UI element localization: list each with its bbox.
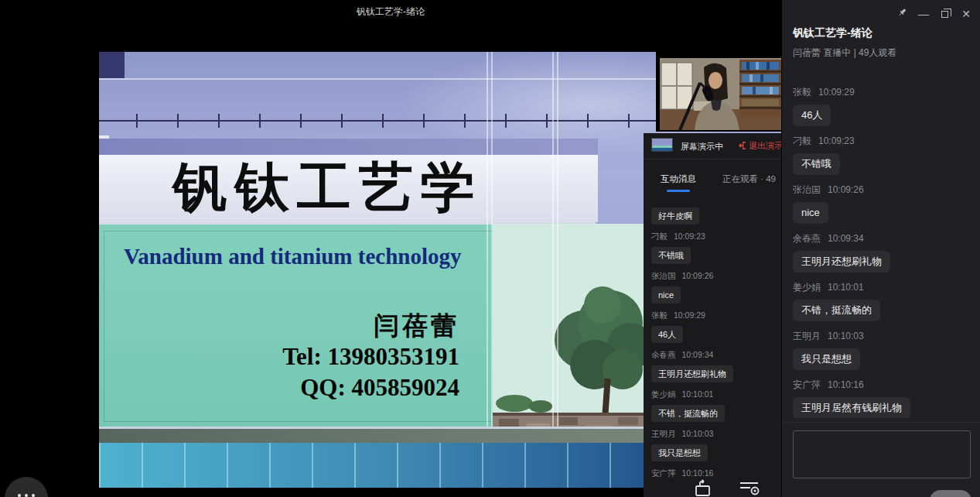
tab-interactive-messages[interactable]: 互动消息 xyxy=(661,173,696,185)
chat-bubble: 不错哦 xyxy=(651,247,691,264)
message-input[interactable] xyxy=(793,430,971,478)
stream-title: 钒钛工艺学-绪论 xyxy=(793,26,872,40)
chat-message-meta: 姜少娟10:10:01 xyxy=(651,389,780,400)
chat-message: 好牛皮啊 xyxy=(651,207,780,225)
chat-message-meta: 安广萍10:10:16 xyxy=(651,468,780,478)
chat-bubble: 王明月还想刷礼物 xyxy=(651,365,733,382)
chat-message: 安广萍10:10:16 王明月居然有钱刷礼物 xyxy=(651,468,780,478)
chat-time: 10:09:29 xyxy=(818,87,855,98)
chat-bubble: 王明月居然有钱刷礼物 xyxy=(793,397,910,418)
minimize-button[interactable]: — xyxy=(916,6,931,22)
chat-message: 王明月10:10:03 我只是想想 xyxy=(651,429,780,461)
chat-time: 10:10:16 xyxy=(682,468,714,478)
chat-time: 10:09:23 xyxy=(674,231,705,241)
chat-message-meta: 余春燕10:09:34 xyxy=(793,232,972,245)
chat-time: 10:10:16 xyxy=(828,379,864,390)
slide-subtitle: Vanadium and titanium technology xyxy=(124,244,665,269)
slide-corner-square xyxy=(99,52,125,78)
chat-author: 张毅 xyxy=(651,310,668,320)
chat-author: 王明月 xyxy=(793,331,821,341)
chat-message-meta: 姜少娟10:10:01 xyxy=(793,281,972,294)
chat-tabs: 互动消息 正在观看 · 49 xyxy=(644,167,781,195)
chat-author: 张治国 xyxy=(651,271,676,280)
stream-status-line: 闫蓓蕾 直播中 | 49人观看 xyxy=(793,46,896,60)
overlay-chat-list: 好牛皮啊 刁毅10:09:23 不错哦 张治国10:09:26 nice xyxy=(651,207,780,478)
chat-author: 张治国 xyxy=(793,184,821,195)
chat-bubble: 我只是想想 xyxy=(651,444,708,461)
chat-time: 10:09:26 xyxy=(682,271,714,280)
chat-message: 刁毅10:09:23 不错哦 xyxy=(793,135,972,175)
chat-message: 姜少娟10:10:01 不错，挺流畅的 xyxy=(651,389,780,422)
presenter-tel: Tel: 13980353191 xyxy=(169,341,459,372)
chat-message-meta: 刁毅10:09:23 xyxy=(793,135,972,148)
screen-share-status: 屏幕演示中 xyxy=(681,141,723,153)
chat-bubble: 46人 xyxy=(793,105,831,126)
chat-message: 刁毅10:09:23 不错哦 xyxy=(651,231,780,264)
chat-author: 王明月 xyxy=(651,429,676,438)
slide-ruler-graphic xyxy=(136,114,688,128)
exit-presentation-button[interactable]: 退出演示 xyxy=(737,140,781,152)
slide-contact-block: 闫蓓蕾 Tel: 13980353191 QQ: 405859024 xyxy=(169,310,459,403)
chat-time: 10:10:03 xyxy=(828,331,864,341)
chat-time: 10:10:03 xyxy=(682,429,714,438)
chat-author: 余春燕 xyxy=(793,233,821,244)
live-class-window: 钒钛工艺学-绪论 钒钛工艺学 xyxy=(0,0,980,497)
chat-message: 姜少娟10:10:01 不错，挺流畅的 xyxy=(793,281,972,321)
chat-bubble: 46人 xyxy=(651,326,683,343)
presenter-name: 闫蓓蕾 xyxy=(169,310,459,341)
chat-author: 刁毅 xyxy=(651,231,668,241)
chat-bubble: 不错，挺流畅的 xyxy=(651,405,725,422)
chat-message-meta: 张治国10:09:26 xyxy=(793,183,972,197)
presenter-qq: QQ: 405859024 xyxy=(169,372,459,403)
more-options-button[interactable] xyxy=(5,477,48,497)
webcam-video xyxy=(660,58,781,130)
chat-message-meta: 张毅10:09:29 xyxy=(651,310,780,321)
message-filter-icon[interactable] xyxy=(738,478,761,497)
window-title: 钒钛工艺学-绪论 xyxy=(0,5,781,19)
chat-message: 余春燕10:09:34 王明月还想刷礼物 xyxy=(793,232,972,272)
screen-share-header: 屏幕演示中 退出演示 xyxy=(644,133,781,159)
chat-bubble: 我只是想想 xyxy=(793,348,860,370)
exit-icon xyxy=(737,141,746,150)
chat-message: 张治国10:09:26 nice xyxy=(793,183,972,224)
chat-input-area xyxy=(782,422,980,497)
presenter-webcam-tile[interactable] xyxy=(656,52,781,132)
slide-vertical-stripe xyxy=(487,52,494,428)
restore-button[interactable] xyxy=(937,6,953,22)
chat-message-meta: 刁毅10:09:23 xyxy=(651,231,780,242)
slide-vertical-stripe xyxy=(552,52,560,428)
chat-time: 10:10:01 xyxy=(828,282,864,293)
chat-bubble: 好牛皮啊 xyxy=(651,207,699,225)
chat-message: 余春燕10:09:34 王明月还想刷礼物 xyxy=(651,350,780,382)
ellipsis-icon xyxy=(5,486,48,497)
close-button[interactable]: ✕ xyxy=(958,6,974,22)
chat-time: 10:09:29 xyxy=(674,310,705,320)
pin-button[interactable] xyxy=(895,6,910,22)
send-button[interactable] xyxy=(930,490,971,497)
chat-message-meta: 王明月10:10:03 xyxy=(651,429,780,440)
chat-message: 安广萍10:10:16 王明月居然有钱刷礼物 xyxy=(793,379,972,418)
chat-time: 10:09:34 xyxy=(682,350,714,359)
screen-share-thumbnail xyxy=(651,138,673,152)
chat-time: 10:09:23 xyxy=(818,135,855,146)
sidebar-chat-list: 张毅10:09:29 46人 刁毅10:09:23 不错哦 张治国10:09:2… xyxy=(793,77,972,418)
slide-title: 钒钛工艺学 xyxy=(173,153,591,222)
chat-bubble: 不错，挺流畅的 xyxy=(793,300,880,321)
chat-time: 10:09:34 xyxy=(828,233,864,244)
chat-sidebar: — ✕ 钒钛工艺学-绪论 闫蓓蕾 直播中 | 49人观看 张毅10:09:29 … xyxy=(781,0,980,497)
chat-author: 余春燕 xyxy=(651,350,676,359)
chat-author: 张毅 xyxy=(793,87,811,98)
chat-message-meta: 张治国10:09:26 xyxy=(651,271,780,282)
overlay-toolbar xyxy=(644,478,781,497)
chat-author: 安广萍 xyxy=(651,468,676,478)
chat-bubble: nice xyxy=(651,286,681,303)
chat-message: 王明月10:10:03 我只是想想 xyxy=(793,330,972,370)
share-screen-icon[interactable] xyxy=(693,478,713,497)
chat-message-meta: 王明月10:10:03 xyxy=(793,330,972,343)
chat-bubble: nice xyxy=(793,202,828,224)
window-controls: — ✕ xyxy=(893,6,974,22)
chat-author: 安广萍 xyxy=(793,379,821,390)
chat-message: 张治国10:09:26 nice xyxy=(651,271,780,303)
screen-share-chat-panel: 屏幕演示中 退出演示 互动消息 正在观看 · 49 好牛皮啊 刁毅10:09:2… xyxy=(644,133,781,497)
tab-viewers[interactable]: 正在观看 · 49 xyxy=(722,173,776,185)
